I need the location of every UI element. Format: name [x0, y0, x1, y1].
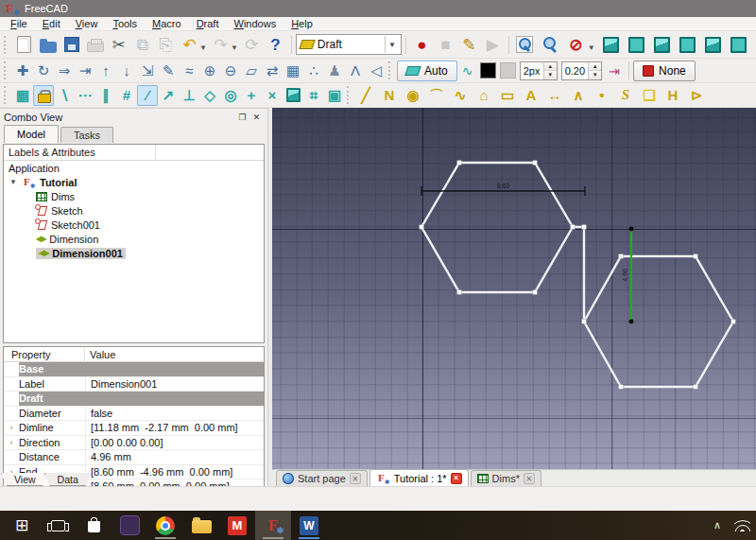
- menu-help[interactable]: Help: [284, 18, 320, 29]
- view-right[interactable]: [676, 33, 699, 57]
- snap-angle[interactable]: +: [241, 85, 262, 106]
- draft-bezier[interactable]: ∧: [568, 85, 589, 106]
- menu-tools[interactable]: Tools: [105, 18, 145, 29]
- property-group-base[interactable]: Base: [4, 362, 264, 377]
- open-document[interactable]: [36, 33, 60, 57]
- hexagon-2[interactable]: [584, 256, 733, 387]
- draft-wire[interactable]: N: [379, 85, 400, 106]
- array[interactable]: ▦: [283, 61, 303, 81]
- draft-bezcurve[interactable]: H: [662, 85, 683, 106]
- m-app-icon[interactable]: M: [219, 511, 255, 540]
- text-scale-spinner[interactable]: 0.20 ▲▼: [561, 61, 602, 80]
- property-value[interactable]: [11.18 mm -2.17 mm 0.00 mm]: [85, 421, 264, 435]
- tree-item-sketch[interactable]: Sketch: [4, 203, 264, 218]
- draft-shapestring[interactable]: S: [615, 85, 636, 106]
- property-row-distance[interactable]: Distance 4.96 mm: [4, 450, 264, 465]
- vertex-handle[interactable]: [457, 161, 462, 165]
- tree-item-document[interactable]: ▼ Tutorial: [4, 175, 264, 189]
- snap-ortho[interactable]: ▣: [324, 85, 345, 106]
- vertex-handle[interactable]: [582, 320, 587, 324]
- chrome-icon[interactable]: [147, 511, 183, 540]
- snap-center[interactable]: ◎: [220, 85, 241, 106]
- property-group-draft[interactable]: Draft: [4, 392, 264, 407]
- path-array[interactable]: ∴: [303, 61, 324, 81]
- property-row-diameter[interactable]: Diameter false: [4, 407, 264, 422]
- macro-stop[interactable]: ■: [434, 33, 457, 57]
- paste[interactable]: ⎘: [154, 33, 178, 57]
- refresh[interactable]: ⟳: [240, 33, 264, 57]
- snap-grid[interactable]: #: [116, 85, 137, 106]
- word-icon[interactable]: W: [291, 511, 327, 540]
- scale[interactable]: ⇲: [137, 61, 158, 81]
- working-plane-button[interactable]: Auto: [397, 61, 457, 81]
- save-document[interactable]: [60, 33, 83, 57]
- draft-facebinder[interactable]: ❏: [639, 85, 660, 106]
- redo[interactable]: ↷: [209, 33, 232, 57]
- float-panel-button[interactable]: ❐: [235, 111, 249, 123]
- vertex-handle[interactable]: [420, 225, 424, 230]
- toolbar-grip[interactable]: [4, 86, 9, 104]
- spin-down-icon[interactable]: ▼: [589, 71, 601, 79]
- vertex-handle[interactable]: [694, 254, 698, 259]
- draft-point[interactable]: •: [592, 85, 612, 106]
- snap-dimensions[interactable]: ⌗: [303, 85, 324, 106]
- spin-up-icon[interactable]: ▲: [589, 62, 601, 72]
- freecad-taskbar-icon[interactable]: F: [255, 511, 291, 540]
- tree-column-header[interactable]: Labels & Attributes: [4, 145, 264, 161]
- draw-style-dropdown[interactable]: ▼: [588, 44, 595, 52]
- draft-dimension[interactable]: ↔: [544, 85, 565, 106]
- tree-item-dims[interactable]: Dims: [4, 189, 264, 203]
- close-tab-icon[interactable]: ✕: [451, 473, 462, 484]
- autogroup-button[interactable]: None: [633, 61, 696, 81]
- draft-circle[interactable]: ◉: [403, 85, 423, 106]
- vertex-handle[interactable]: [533, 290, 538, 295]
- new-document[interactable]: [12, 33, 36, 57]
- expand-arrow-icon[interactable]: [4, 436, 19, 450]
- snap-intersection[interactable]: ◇: [199, 85, 220, 106]
- line-style-button[interactable]: ∿: [457, 61, 478, 81]
- trimex[interactable]: ⇥: [75, 61, 95, 81]
- view-top[interactable]: [650, 33, 674, 57]
- property-value[interactable]: 4.96 mm: [85, 450, 264, 464]
- tree-item-dimension[interactable]: Dimension: [4, 232, 264, 246]
- dimension-endpoint[interactable]: [629, 320, 634, 324]
- tab-model[interactable]: Model: [4, 125, 59, 143]
- start-button[interactable]: ⊞: [4, 511, 40, 540]
- task-view-button[interactable]: [40, 511, 76, 540]
- wire-to-bspline[interactable]: ≈: [179, 61, 199, 81]
- downgrade[interactable]: ↓: [116, 61, 137, 81]
- toggle-grid[interactable]: ▦: [12, 85, 33, 106]
- menu-draft[interactable]: Draft: [189, 18, 227, 29]
- snap-parallel[interactable]: ∥: [95, 85, 116, 106]
- macro-play[interactable]: ▶: [481, 33, 505, 57]
- property-value[interactable]: [0.00 0.00 0.00]: [85, 436, 264, 450]
- draft-line[interactable]: ╱: [355, 85, 376, 106]
- toolbar-grip[interactable]: [347, 86, 352, 104]
- toolbar-grip[interactable]: [388, 61, 393, 79]
- menu-file[interactable]: File: [3, 18, 35, 29]
- tab-dims[interactable]: Dims* ✕: [471, 470, 541, 486]
- add-point[interactable]: ⊕: [199, 61, 220, 81]
- mirror[interactable]: Λ: [345, 61, 366, 81]
- store-icon[interactable]: [76, 511, 112, 540]
- remove-point[interactable]: ⊖: [220, 61, 241, 81]
- expand-arrow-icon[interactable]: [4, 421, 19, 435]
- property-value[interactable]: [8.60 mm -4.96 mm 0.00 mm]: [85, 465, 264, 479]
- menu-macro[interactable]: Macro: [145, 18, 189, 29]
- stretch[interactable]: ◁: [366, 61, 387, 81]
- offset[interactable]: ⇒: [54, 61, 75, 81]
- text-scale-value[interactable]: 0.20: [562, 65, 588, 77]
- toolbar-grip[interactable]: [4, 36, 9, 54]
- property-column-header[interactable]: Property: [4, 347, 85, 361]
- vertex-handle[interactable]: [619, 385, 624, 390]
- purple-app-icon[interactable]: [112, 511, 147, 540]
- property-row-label[interactable]: Label Dimension001: [4, 377, 264, 392]
- connector-wire[interactable]: [573, 227, 584, 322]
- chevron-down-icon[interactable]: ▼: [385, 36, 399, 53]
- dimension-endpoint[interactable]: [629, 227, 634, 232]
- property-row-dimline[interactable]: Dimline [11.18 mm -2.17 mm 0.00 mm]: [4, 421, 264, 436]
- view-bottom[interactable]: [727, 33, 750, 57]
- workbench-selector[interactable]: Draft ▼: [296, 34, 402, 55]
- macro-record[interactable]: ●: [410, 33, 434, 57]
- vertex-handle[interactable]: [731, 320, 736, 324]
